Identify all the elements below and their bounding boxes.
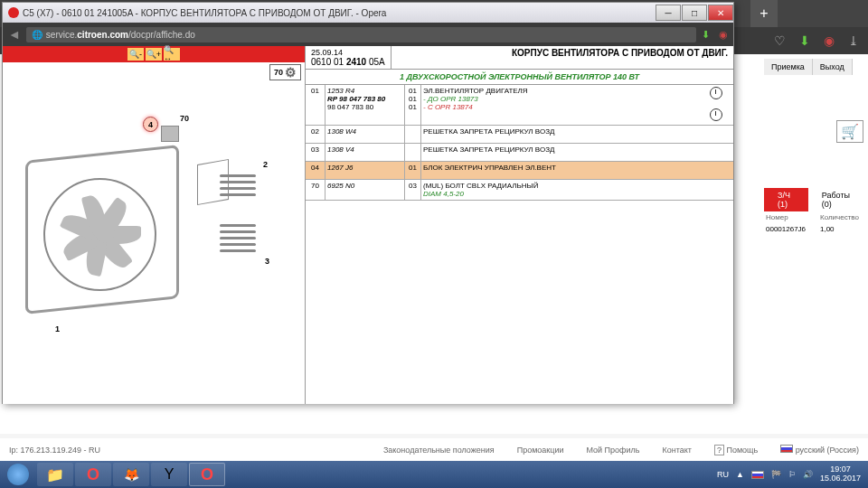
taskbar-yandex[interactable]: Y bbox=[151, 463, 187, 486]
row-desc: РЕШЕТКА ЗАПРЕТА РЕЦИРКУЛ ВОЗД bbox=[421, 144, 708, 161]
footer-link-help[interactable]: ? Помощь bbox=[714, 446, 758, 455]
grille-3 bbox=[220, 221, 256, 256]
col-number: Номер bbox=[766, 213, 820, 221]
parts-row-04[interactable]: 041267 J601БЛОК ЭЛЕКТРИЧ УПРАВЛЕН ЭЛ.ВЕН… bbox=[306, 162, 733, 180]
clock-icon[interactable] bbox=[710, 108, 722, 121]
download-arrow-icon[interactable]: ⬇ bbox=[702, 29, 710, 41]
doc-code: 0610 01 2410 05A bbox=[311, 57, 385, 67]
callout-2: 2 bbox=[263, 160, 268, 169]
opera-nav-bar: ◄ 🌐 service.citroen.com/docpr/affiche.do… bbox=[3, 23, 733, 46]
row-index: 01 bbox=[306, 85, 326, 125]
globe-icon: 🌐 bbox=[32, 30, 42, 40]
stop-icon[interactable]: ◉ bbox=[719, 29, 728, 41]
footer-lang[interactable]: русский (Россия) bbox=[780, 445, 859, 455]
windows-orb-icon bbox=[7, 464, 29, 485]
windows-taskbar: 📁 O 🦊 Y O RU ▲ 🏁 ⚐ 🔊 19:07 15.06.2017 bbox=[0, 461, 868, 488]
row-action bbox=[708, 144, 733, 161]
back-button[interactable]: ◄ bbox=[8, 27, 21, 42]
close-button[interactable]: ✕ bbox=[708, 5, 733, 21]
download-icon[interactable]: ⤓ bbox=[848, 33, 859, 48]
exploded-diagram[interactable]: 4 70 2 3 1 bbox=[3, 80, 305, 404]
page-footer: Ip: 176.213.119.249 - RU Законодательные… bbox=[0, 438, 868, 461]
tray-clock[interactable]: 19:07 15.06.2017 bbox=[820, 465, 861, 483]
address-bar[interactable]: 🌐 service.citroen.com/docpr/affiche.do bbox=[26, 27, 696, 42]
parts-table: 011253 R4RP 98 047 783 8098 047 783 8001… bbox=[306, 85, 733, 201]
ip-label: Ip: 176.213.119.249 - RU bbox=[9, 446, 100, 455]
tray-up-icon[interactable]: ▲ bbox=[736, 470, 744, 479]
row-index: 04 bbox=[306, 162, 326, 179]
row-index: 02 bbox=[306, 126, 326, 143]
row-desc: (MUL) БОЛТ CBLX РАДИАЛЬНЫЙDIAM 4,5-20 bbox=[421, 180, 708, 200]
row-action bbox=[708, 180, 733, 200]
doc-date: 25.09.14 bbox=[311, 48, 385, 57]
clock-icon[interactable] bbox=[710, 87, 722, 99]
footer-link-profile[interactable]: Мой Профиль bbox=[586, 446, 639, 455]
footer-link-promo[interactable]: Промоакции bbox=[517, 446, 564, 455]
tray-action-center-icon[interactable]: ⚐ bbox=[788, 470, 796, 479]
url-text: service.citroen.com/docpr/affiche.do bbox=[46, 30, 195, 40]
row-refs: 1308 V4 bbox=[326, 144, 405, 161]
system-tray[interactable]: RU ▲ 🏁 ⚐ 🔊 19:07 15.06.2017 bbox=[717, 465, 868, 483]
footer-link-legal[interactable]: Законодательные положения bbox=[383, 446, 495, 455]
tray-flag-icon[interactable]: 🏁 bbox=[771, 470, 781, 479]
callout-4-highlighted[interactable]: 4 bbox=[143, 117, 158, 132]
callout-1: 1 bbox=[55, 324, 60, 333]
parts-row-01[interactable]: 011253 R4RP 98 047 783 8098 047 783 8001… bbox=[306, 85, 733, 126]
row-refs: 1308 W4 bbox=[326, 126, 405, 143]
taskbar-opera[interactable]: O bbox=[75, 463, 111, 486]
bg-tab-parts[interactable]: З/Ч (1) bbox=[764, 188, 808, 211]
bg-side-panel: Приемка Выход 🛒 З/Ч (1) Работы (0) Номер… bbox=[764, 59, 863, 235]
bg-tab-reception[interactable]: Приемка bbox=[764, 59, 813, 75]
row-qty: 010101 bbox=[405, 85, 421, 125]
new-tab-button[interactable]: + bbox=[750, 0, 778, 27]
row-desc: ЭЛ.ВЕНТИЛЯТОР ДВИГАТЕЛЯ- ДО OPR 13873- С… bbox=[421, 85, 708, 125]
row-qty bbox=[405, 144, 421, 161]
bg-tab-works[interactable]: Работы (0) bbox=[808, 188, 863, 211]
zoom-in-button[interactable]: 🔍+ bbox=[146, 48, 162, 61]
start-button[interactable] bbox=[0, 461, 36, 488]
zoom-fit-button[interactable]: 🔍↔ bbox=[164, 48, 180, 61]
part-qty: 1,00 bbox=[820, 225, 835, 233]
bg-tab-exit[interactable]: Выход bbox=[813, 59, 853, 75]
row-action bbox=[708, 85, 733, 125]
row-qty: 01 bbox=[405, 162, 421, 179]
opera-titlebar[interactable]: C5 (X7) - 0610 01 241005A - КОРПУС ВЕНТИ… bbox=[3, 3, 733, 23]
flag-ru-icon bbox=[751, 471, 764, 479]
window-title: C5 (X7) - 0610 01 241005A - КОРПУС ВЕНТИ… bbox=[23, 8, 655, 18]
parts-row-03[interactable]: 031308 V4РЕШЕТКА ЗАПРЕТА РЕЦИРКУЛ ВОЗД bbox=[306, 144, 733, 162]
heart-icon[interactable]: ♡ bbox=[774, 33, 786, 48]
taskbar-opera-window[interactable]: O bbox=[189, 463, 225, 486]
lang-indicator[interactable]: RU bbox=[717, 470, 729, 479]
col-qty: Количество bbox=[820, 213, 859, 221]
taskbar-explorer[interactable]: 📁 bbox=[37, 463, 73, 486]
opera-icon bbox=[8, 7, 19, 18]
minimize-button[interactable]: ─ bbox=[656, 5, 681, 21]
row-action bbox=[708, 126, 733, 143]
parts-list-pane: 25.09.14 0610 01 2410 05A КОРПУС ВЕНТИЛЯ… bbox=[306, 46, 733, 404]
grille-2 bbox=[220, 171, 256, 200]
part-number: 00001267J6 bbox=[766, 225, 820, 233]
row-index: 70 bbox=[306, 180, 326, 200]
download-arrow-icon[interactable]: ⬇ bbox=[799, 33, 810, 48]
doc-title: КОРПУС ВЕНТИЛЯТОРА С ПРИВОДОМ ОТ ДВИГ. bbox=[392, 46, 733, 69]
doc-subtitle: 1 ДВУХСКОРОСТНОЙ ЭЛЕКТРОННЫЙ ВЕНТИЛЯТОР … bbox=[306, 70, 733, 85]
footer-link-contact[interactable]: Контакт bbox=[662, 446, 691, 455]
zoom-out-button[interactable]: 🔍- bbox=[127, 48, 144, 61]
row-desc: БЛОК ЭЛЕКТРИЧ УПРАВЛЕН ЭЛ.ВЕНТ bbox=[421, 162, 708, 179]
screw-icon: ⚙ bbox=[285, 65, 297, 80]
maximize-button[interactable]: □ bbox=[682, 5, 707, 21]
tray-volume-icon[interactable]: 🔊 bbox=[803, 470, 813, 479]
diagram-toolbar: 🔍- 🔍+ 🔍↔ bbox=[3, 46, 305, 62]
row-qty bbox=[405, 126, 421, 143]
fan-blades bbox=[43, 178, 156, 291]
row-refs: 6925 N0 bbox=[326, 180, 405, 200]
cart-button[interactable]: 🛒 bbox=[836, 120, 863, 143]
item-70-thumb[interactable]: 70 ⚙ bbox=[269, 64, 301, 80]
parts-row-70[interactable]: 706925 N003(MUL) БОЛТ CBLX РАДИАЛЬНЫЙDIA… bbox=[306, 180, 733, 201]
stop-icon[interactable]: ◉ bbox=[824, 33, 835, 48]
row-action bbox=[708, 162, 733, 179]
opera-window: C5 (X7) - 0610 01 241005A - КОРПУС ВЕНТИ… bbox=[2, 2, 734, 404]
cart-icon: 🛒 bbox=[841, 123, 859, 140]
parts-row-02[interactable]: 021308 W4РЕШЕТКА ЗАПРЕТА РЕЦИРКУЛ ВОЗД bbox=[306, 126, 733, 144]
taskbar-firefox[interactable]: 🦊 bbox=[113, 463, 149, 486]
